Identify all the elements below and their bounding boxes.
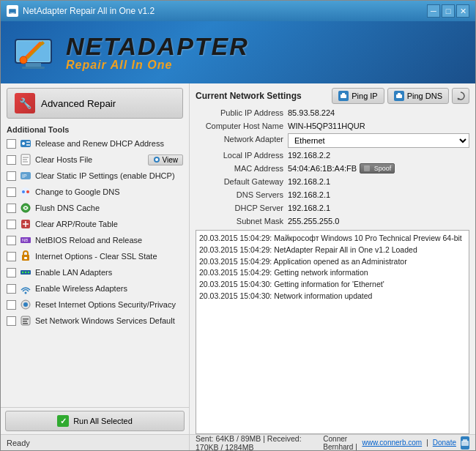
tool-item[interactable]: Set Network Windows Services Default <box>4 313 186 329</box>
tool-item[interactable]: Clear ARP/Route Table <box>4 216 186 232</box>
tool-item[interactable]: IP Clear Static IP Settings (enable DHCP… <box>4 168 186 184</box>
dhcp-server-label: DHCP Server <box>196 202 283 214</box>
svg-point-39 <box>25 292 27 294</box>
bottom-branding: Conner Bernhard | <box>323 435 357 451</box>
log-line: 20.03.2015 15:04:29: NetAdapter Repair A… <box>199 245 466 256</box>
local-ip-value: 192.168.2.2 <box>288 149 469 161</box>
right-panel: Current Network Settings Ping IP <box>190 83 475 450</box>
tool-item[interactable]: Change to Google DNS <box>4 184 186 200</box>
public-ip-label: Public IP Address <box>196 107 283 119</box>
advanced-repair-label: Advanced Repair <box>41 98 116 109</box>
advanced-repair-button[interactable]: 🔧 Advanced Repair <box>7 88 183 119</box>
svg-rect-43 <box>23 318 29 320</box>
svg-rect-6 <box>26 63 41 67</box>
ping-ip-icon <box>338 91 349 101</box>
network-adapter-row: Ethernet <box>288 133 469 148</box>
tool-checkbox-8[interactable] <box>7 252 16 261</box>
ping-dns-button[interactable]: Ping DNS <box>387 88 449 104</box>
website-link[interactable]: www.connerb.com <box>362 439 422 447</box>
repair-icon: 🔧 <box>15 93 35 113</box>
tool-label-6: Clear ARP/Route Table <box>35 220 183 228</box>
tool-label-11: Reset Internet Options Security/Privacy <box>35 300 183 309</box>
bottom-stats: Sent: 64KB / 89MB | Received: 170KB / 12… <box>196 434 323 451</box>
bottom-icon[interactable] <box>461 436 469 450</box>
status-bar-left: Ready <box>1 434 189 450</box>
tool-checkbox-2[interactable] <box>7 155 16 165</box>
network-adapter-select[interactable]: Ethernet <box>288 133 469 148</box>
tool-label-3: Clear Static IP Settings (enable DHCP) <box>35 171 183 180</box>
tool-checkbox-12[interactable] <box>7 316 16 326</box>
svg-point-9 <box>20 56 27 64</box>
ping-dns-label: Ping DNS <box>407 92 442 100</box>
check-icon: ✓ <box>57 415 69 427</box>
net-settings-header: Current Network Settings Ping IP <box>196 88 469 104</box>
tools-list: Release and Renew DHCP Address Clear Hos… <box>1 135 189 407</box>
svg-text:IP: IP <box>22 174 27 179</box>
network-adapter-label: Network Adapter <box>196 133 283 148</box>
network-settings-area: Current Network Settings Ping IP <box>190 83 475 230</box>
tool-checkbox-5[interactable] <box>7 204 16 213</box>
tool-item[interactable]: Internet Options - Clear SSL State <box>4 248 186 264</box>
ping-ip-label: Ping IP <box>352 92 377 100</box>
tool-item[interactable]: NB NetBIOS Reload and Release <box>4 232 186 248</box>
main-content: 🔧 Advanced Repair Additional Tools Relea… <box>1 83 475 450</box>
maximize-button[interactable]: □ <box>442 4 455 18</box>
info-grid: Public IP Address 85.93.58.224 Computer … <box>196 107 469 227</box>
svg-rect-47 <box>342 93 345 95</box>
log-line: 20.03.2015 15:04:30: Getting information… <box>199 279 466 291</box>
ping-ip-button[interactable]: Ping IP <box>332 88 384 104</box>
svg-rect-45 <box>23 323 28 324</box>
svg-rect-49 <box>398 93 401 95</box>
tool-checkbox-7[interactable] <box>7 236 16 245</box>
refresh-button[interactable] <box>452 88 469 104</box>
tool-checkbox-4[interactable] <box>7 187 16 197</box>
subnet-mask-value: 255.255.255.0 <box>288 215 469 227</box>
separator: | <box>426 439 428 447</box>
spoof-button[interactable]: Spoof <box>360 163 395 174</box>
close-button[interactable]: ✕ <box>456 4 469 18</box>
tool-item[interactable]: Clear Hosts File View <box>4 152 186 168</box>
default-gateway-value: 192.168.2.1 <box>288 176 469 187</box>
tool-icon-security <box>19 298 32 311</box>
run-all-selected-button[interactable]: ✓ Run All Selected <box>5 411 185 431</box>
tool-icon-netbios: NB <box>19 234 32 247</box>
tool-checkbox-1[interactable] <box>7 139 16 149</box>
tool-checkbox-3[interactable] <box>7 171 16 181</box>
logo-subtitle: Repair All In One <box>66 59 249 72</box>
tool-icon-google-dns <box>19 185 32 198</box>
svg-rect-34 <box>24 257 27 259</box>
donate-link[interactable]: Donate <box>433 439 456 447</box>
tool-icon-wireless <box>19 282 32 295</box>
tool-icon-arp <box>19 217 32 231</box>
tool-checkbox-6[interactable] <box>7 220 16 229</box>
svg-rect-37 <box>25 272 26 273</box>
additional-tools-label: Additional Tools <box>1 123 189 135</box>
tool-label-8: Internet Options - Clear SSL State <box>35 252 183 261</box>
svg-rect-52 <box>461 441 469 446</box>
tool-checkbox-10[interactable] <box>7 284 16 294</box>
svg-point-13 <box>22 142 25 145</box>
log-line: 20.03.2015 15:04:30: Network information… <box>199 291 466 302</box>
default-gateway-label: Default Gateway <box>196 176 283 187</box>
tool-label-5: Flush DNS Cache <box>35 204 183 212</box>
tool-icon-flush-dns <box>19 201 32 215</box>
view-hosts-button[interactable]: View <box>148 154 184 165</box>
mac-value: 54:04:A6:1B:A4:FB <box>288 163 357 174</box>
minimize-button[interactable]: ─ <box>427 4 440 18</box>
tool-item[interactable]: Enable Wireless Adapters <box>4 280 186 297</box>
svg-point-26 <box>26 190 29 193</box>
header-banner: NETADAPTER Repair All In One <box>1 21 475 83</box>
tool-item[interactable]: Enable LAN Adapters <box>4 264 186 280</box>
tool-checkbox-9[interactable] <box>7 268 16 277</box>
tool-item[interactable]: Release and Renew DHCP Address <box>4 135 186 152</box>
tool-item[interactable]: Reset Internet Options Security/Privacy <box>4 297 186 313</box>
tool-item[interactable]: Flush DNS Cache <box>4 200 186 216</box>
tool-label-9: Enable LAN Adapters <box>35 268 183 277</box>
window-controls: ─ □ ✕ <box>427 4 469 18</box>
dhcp-server-value: 192.168.2.1 <box>288 202 469 214</box>
log-area[interactable]: 20.03.2015 15:04:29: Майкрософт Windows … <box>196 230 469 434</box>
logo-title: NETADAPTER <box>66 34 249 59</box>
tool-checkbox-11[interactable] <box>7 300 16 310</box>
mac-row: 54:04:A6:1B:A4:FB Spoof <box>288 163 469 174</box>
svg-point-25 <box>22 190 25 193</box>
